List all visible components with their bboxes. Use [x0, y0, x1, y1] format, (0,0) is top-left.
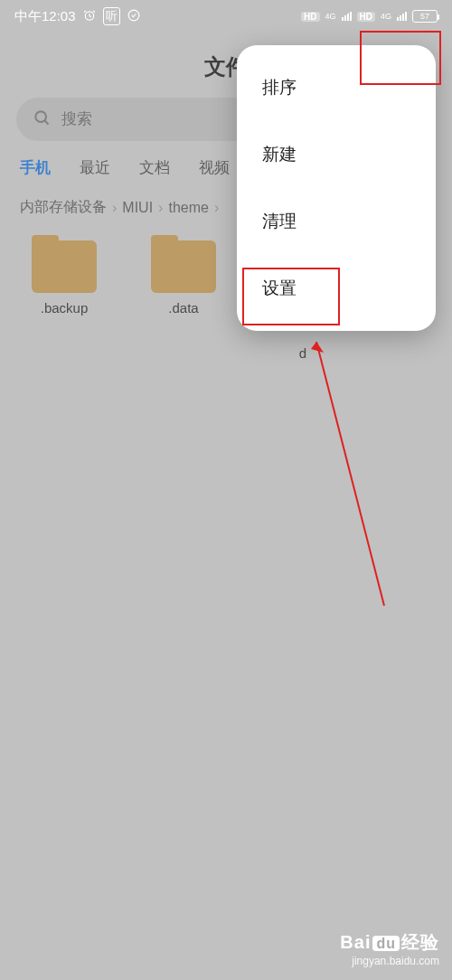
network-2: 4G	[381, 12, 391, 21]
annotation-highlight-settings	[242, 268, 340, 325]
watermark-brand-mid: du	[372, 936, 400, 951]
folder-icon	[151, 240, 216, 293]
watermark-brand-suffix: 经验	[401, 932, 439, 952]
svg-line-3	[316, 342, 384, 606]
tab-docs[interactable]: 文档	[139, 157, 170, 178]
tab-recent[interactable]: 最近	[80, 157, 110, 178]
folder-icon	[32, 240, 97, 293]
status-bar: 中午12:03 听 HD 4G HD 4G 57	[0, 0, 452, 33]
folder-label: d	[299, 345, 306, 361]
breadcrumb-part[interactable]: theme	[168, 200, 208, 216]
menu-item-new[interactable]: 新建	[237, 121, 436, 188]
watermark-url: jingyan.baidu.com	[340, 955, 439, 967]
status-time: 中午12:03	[14, 8, 76, 25]
folder-item[interactable]: .backup	[27, 240, 101, 361]
network-1: 4G	[325, 12, 336, 21]
tab-phone[interactable]: 手机	[20, 157, 51, 178]
watermark-brand-prefix: Bai	[340, 932, 371, 952]
folder-label: .data	[168, 300, 198, 316]
annotation-highlight-top	[360, 31, 441, 85]
chevron-right-icon: ›	[214, 200, 219, 216]
breadcrumb-part[interactable]: 内部存储设备	[20, 198, 107, 217]
search-icon	[33, 108, 51, 130]
signal-icon-2	[397, 12, 407, 21]
tab-video[interactable]: 视频	[199, 157, 230, 178]
menu-item-clean[interactable]: 清理	[237, 188, 436, 255]
watermark: Baidu经验 jingyan.baidu.com	[340, 930, 439, 967]
chevron-right-icon: ›	[112, 200, 117, 216]
folder-label: .backup	[41, 300, 89, 316]
check-icon	[127, 9, 140, 24]
signal-icon-1	[342, 12, 352, 21]
chevron-right-icon: ›	[158, 200, 163, 216]
hd-badge-2: HD	[357, 12, 375, 22]
battery-icon: 57	[412, 10, 438, 23]
app-indicator: 听	[103, 7, 120, 25]
folder-item[interactable]: .data	[146, 240, 221, 361]
svg-point-1	[128, 10, 139, 21]
breadcrumb-part[interactable]: MIUI	[122, 200, 153, 216]
alarm-icon	[83, 9, 96, 24]
annotation-arrow	[307, 335, 398, 615]
svg-point-2	[35, 111, 46, 122]
hd-badge-1: HD	[301, 12, 319, 22]
